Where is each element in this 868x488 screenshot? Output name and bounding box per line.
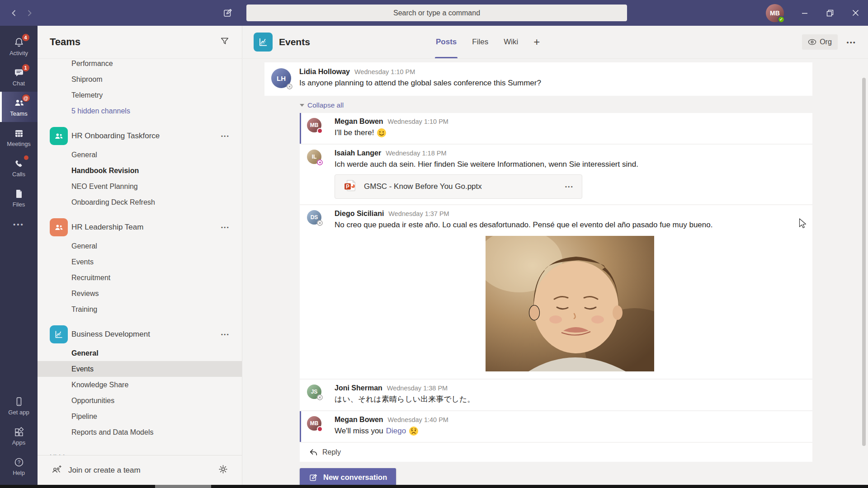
- message-text: Is anyone planning to attend the global …: [299, 78, 805, 89]
- channel-row[interactable]: Pipeline: [38, 408, 242, 424]
- rail-item-help[interactable]: ? Help: [0, 451, 38, 481]
- reply-link[interactable]: Reply: [300, 443, 812, 462]
- reply-message: DS Diego SicilianiWednesday 1:37 PM No c…: [300, 205, 812, 379]
- my-avatar[interactable]: MB ✓: [766, 4, 784, 22]
- search-input[interactable]: [246, 5, 627, 21]
- attachment-card[interactable]: P GMSC - Know Before You Go.pptx •••: [335, 174, 582, 199]
- channel-row[interactable]: Opportunities: [38, 393, 242, 408]
- avatar-lidia-holloway[interactable]: LH: [271, 68, 291, 88]
- vertical-scrollbar[interactable]: [862, 78, 866, 446]
- channel-row-telemetry[interactable]: Telemetry: [38, 87, 242, 103]
- bell-icon: 4: [14, 37, 24, 48]
- avatar-megan-bowen[interactable]: MB: [307, 118, 321, 132]
- team-ellipsis-icon[interactable]: •••: [221, 133, 230, 139]
- phone-icon: [14, 158, 24, 169]
- rail-item-files[interactable]: Files: [0, 183, 38, 213]
- channel-main: Events Posts Files Wiki + Org ••• LH: [243, 26, 868, 485]
- attachment-ellipsis-icon[interactable]: •••: [565, 184, 574, 189]
- collapse-triangle-icon: [300, 104, 304, 107]
- tab-files[interactable]: Files: [472, 26, 488, 58]
- gear-icon[interactable]: [218, 464, 228, 476]
- add-tab-button[interactable]: +: [533, 26, 540, 58]
- channel-row[interactable]: Handbook Revision: [38, 163, 242, 178]
- channel-row[interactable]: Reports and Data Models: [38, 424, 242, 440]
- avatar-megan-bowen[interactable]: MB: [307, 416, 321, 431]
- rail-more-ellipsis-icon[interactable]: •••: [0, 213, 38, 235]
- mobile-device-icon: [14, 396, 24, 408]
- rail-item-activity[interactable]: 4 Activity: [0, 31, 38, 61]
- rail-item-calls[interactable]: Calls: [0, 152, 38, 183]
- message-text: Ich werde auch da sein. Hier finden Sie …: [335, 159, 805, 170]
- message-author[interactable]: Megan Bowen: [335, 117, 383, 126]
- replies-list: MB Megan BowenWednesday 1:10 PM I'll be …: [300, 113, 812, 462]
- teams-people-icon: @: [13, 97, 25, 109]
- channel-row[interactable]: General: [38, 147, 242, 163]
- tab-wiki[interactable]: Wiki: [504, 26, 518, 58]
- svg-text:P: P: [346, 183, 349, 190]
- restore-button[interactable]: [817, 0, 843, 26]
- team-row-hr-onboarding[interactable]: HR Onboarding Taskforce •••: [38, 125, 242, 147]
- back-arrow-icon[interactable]: [6, 5, 22, 21]
- channel-row[interactable]: General: [38, 238, 242, 254]
- rail-item-meetings[interactable]: Meetings: [0, 122, 38, 152]
- message-text: はい、それは素晴らしい出来事でした。: [335, 394, 805, 405]
- mention-diego[interactable]: Diego: [386, 426, 406, 436]
- rail-item-teams[interactable]: @ Teams: [0, 92, 38, 122]
- rail-item-get-app[interactable]: Get app: [0, 390, 38, 421]
- channel-tabs: Posts Files Wiki +: [436, 26, 540, 58]
- channel-header: Events Posts Files Wiki + Org •••: [243, 26, 868, 59]
- teams-badge: @: [22, 94, 30, 102]
- join-or-create-team[interactable]: Join or create a team: [38, 455, 242, 485]
- file-icon: [14, 188, 24, 200]
- close-button[interactable]: [843, 0, 868, 26]
- message-author[interactable]: Isaiah Langer: [335, 149, 381, 157]
- tab-posts[interactable]: Posts: [436, 26, 457, 58]
- avatar-joni-sherman[interactable]: JS: [307, 385, 321, 399]
- filter-icon[interactable]: [220, 36, 230, 48]
- channel-row[interactable]: Onboarding Deck Refresh: [38, 194, 242, 210]
- new-chat-icon[interactable]: [220, 5, 236, 20]
- message-text: We'll miss you: [335, 426, 383, 436]
- reply-message: MB Megan BowenWednesday 1:10 PM I'll be …: [300, 113, 812, 144]
- status-out-of-office-icon: [317, 160, 323, 165]
- avatar-diego-siciliani[interactable]: DS: [307, 210, 321, 225]
- avatar-initials: MB: [770, 9, 780, 17]
- channel-row[interactable]: Recruitment: [38, 270, 242, 286]
- channel-list: Performance Shiproom Telemetry 5 hidden …: [38, 59, 242, 455]
- team-ellipsis-icon[interactable]: •••: [221, 225, 230, 230]
- titlebar: MB ✓: [0, 0, 868, 26]
- team-row-hr-leadership[interactable]: HR Leadership Team •••: [38, 216, 242, 238]
- status-busy-icon: [317, 426, 323, 432]
- hidden-channels-link[interactable]: 5 hidden channels: [38, 103, 242, 119]
- channel-row-events-selected[interactable]: Events: [38, 361, 242, 377]
- root-message: LH Lidia HollowayWednesday 1:10 PM Is an…: [264, 62, 812, 96]
- header-ellipsis-icon[interactable]: •••: [847, 39, 856, 46]
- message-author[interactable]: Diego Siciliani: [335, 210, 384, 218]
- org-button[interactable]: Org: [802, 34, 838, 50]
- message-author[interactable]: Megan Bowen: [335, 416, 383, 424]
- rail-item-chat[interactable]: 1 Chat: [0, 61, 38, 92]
- message-author[interactable]: Joni Sherman: [335, 384, 382, 392]
- team-ellipsis-icon[interactable]: •••: [221, 332, 230, 337]
- team-row-business-development[interactable]: Business Development •••: [38, 324, 242, 345]
- minimize-button[interactable]: [792, 0, 817, 26]
- message-author[interactable]: Lidia Holloway: [299, 68, 350, 76]
- rail-item-apps[interactable]: Apps: [0, 421, 38, 451]
- channel-row[interactable]: Knowledge Share: [38, 377, 242, 393]
- channel-row[interactable]: Reviews: [38, 286, 242, 301]
- channel-row[interactable]: General: [38, 345, 242, 361]
- forward-arrow-icon[interactable]: [22, 5, 37, 21]
- smiley-face-emoji: [377, 128, 387, 138]
- channel-row[interactable]: Training: [38, 301, 242, 317]
- crying-baby-gif[interactable]: [486, 236, 654, 371]
- channel-row-shiproom[interactable]: Shiproom: [38, 71, 242, 87]
- new-conversation-button[interactable]: New conversation: [300, 468, 396, 485]
- channel-row[interactable]: NEO Event Planning: [38, 178, 242, 194]
- channel-row-performance[interactable]: Performance: [38, 59, 242, 71]
- reply-message: JS Joni ShermanWednesday 1:38 PM はい、それは素…: [300, 380, 812, 410]
- help-icon: ?: [14, 456, 24, 468]
- avatar-isaiah-langer[interactable]: IL: [307, 150, 321, 164]
- channel-row[interactable]: Events: [38, 254, 242, 270]
- collapse-all-link[interactable]: Collapse all: [300, 101, 812, 109]
- team-avatar-chart-icon: [50, 325, 68, 343]
